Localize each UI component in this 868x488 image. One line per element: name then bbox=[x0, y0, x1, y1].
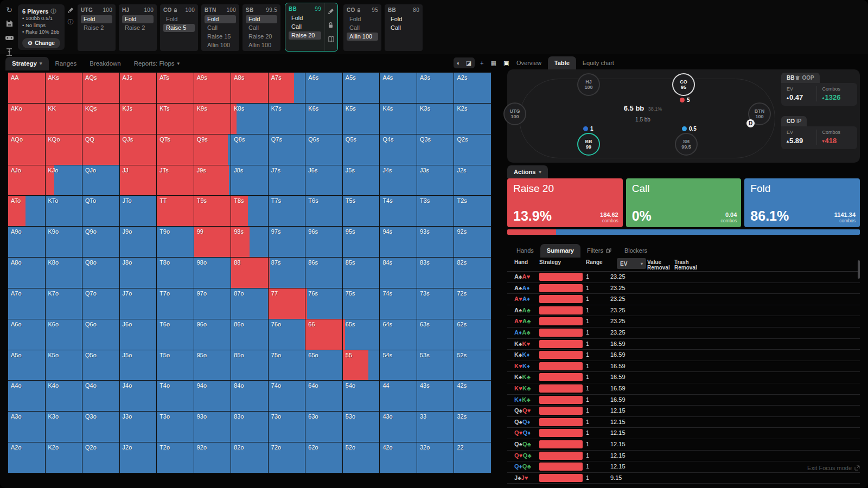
tab-blockers[interactable]: Blockers bbox=[618, 244, 654, 258]
grid-cell-63s[interactable]: 63s bbox=[417, 319, 454, 350]
grid-cell-K5s[interactable]: K5s bbox=[343, 104, 380, 134]
info-icon[interactable]: ⓘ bbox=[50, 8, 56, 15]
grid-cell-AKs[interactable]: AKs bbox=[46, 73, 82, 103]
grid-cell-QJo[interactable]: QJo bbox=[82, 165, 119, 196]
grid-cell-T4s[interactable]: T4s bbox=[380, 196, 417, 226]
grid-cell-73o[interactable]: 73o bbox=[269, 412, 305, 442]
position-column[interactable]: CO95FoldCallAllin 100 bbox=[343, 4, 381, 51]
grid-cell-K3o[interactable]: K3o bbox=[46, 412, 82, 442]
grid-cell-K7s[interactable]: K7s bbox=[269, 104, 305, 134]
exit-focus-mode[interactable]: Exit Focus mode bbox=[499, 465, 860, 471]
grid-cell-J3s[interactable]: J3s bbox=[417, 165, 454, 196]
grid-cell-QJs[interactable]: QJs bbox=[120, 134, 157, 165]
hand-row[interactable]: K♥K♦116.59 bbox=[507, 361, 860, 373]
grid-cell-74s[interactable]: 74s bbox=[380, 288, 417, 319]
action-item[interactable]: Fold bbox=[81, 15, 112, 23]
action-item[interactable]: Fold bbox=[289, 14, 321, 22]
grid-cell-T5o[interactable]: T5o bbox=[157, 350, 194, 381]
grid-cell-A2s[interactable]: A2s bbox=[454, 73, 491, 103]
grid-cell-93o[interactable]: 93o bbox=[194, 412, 231, 442]
alert-info-icon[interactable]: ⓘ bbox=[67, 18, 74, 25]
grid-cell-96s[interactable]: 96s bbox=[305, 227, 342, 257]
action-item[interactable]: Fold bbox=[388, 15, 419, 23]
grid-cell-65o[interactable]: 65o bbox=[305, 350, 342, 381]
controller-icon[interactable] bbox=[5, 34, 14, 42]
grid-cell-KTo[interactable]: KTo bbox=[46, 196, 82, 226]
seat-hj[interactable]: HJ100 bbox=[577, 73, 600, 96]
grid-cell-A6o[interactable]: A6o bbox=[8, 319, 45, 350]
grid-cell-82s[interactable]: 82s bbox=[454, 258, 491, 288]
hand-row[interactable]: K♦K♣116.59 bbox=[507, 395, 860, 406]
action-item[interactable]: Call bbox=[347, 24, 378, 32]
grid-cell-42o[interactable]: 42o bbox=[380, 442, 417, 473]
action-item[interactable]: Call bbox=[388, 24, 419, 32]
grid-cell-JTs[interactable]: JTs bbox=[157, 165, 194, 196]
grid-cell-42s[interactable]: 42s bbox=[454, 381, 491, 411]
seat-utg[interactable]: UTG100 bbox=[503, 102, 526, 125]
position-column[interactable]: SB99.5FoldCallRaise 20Allin 100 bbox=[242, 4, 280, 51]
grid-cell-A7o[interactable]: A7o bbox=[8, 288, 45, 319]
grid-cell-Q3o[interactable]: Q3o bbox=[82, 412, 119, 442]
grid-cell-K9o[interactable]: K9o bbox=[46, 227, 82, 257]
grid-cell-T3o[interactable]: T3o bbox=[157, 412, 194, 442]
grid-cell-97o[interactable]: 97o bbox=[194, 288, 231, 319]
action-item[interactable]: Fold bbox=[205, 15, 236, 23]
edit-pencil-icon[interactable] bbox=[328, 8, 335, 15]
grid-cell-KK[interactable]: KK bbox=[46, 104, 82, 134]
tab-breakdown[interactable]: Breakdown bbox=[83, 57, 127, 70]
grid-cell-Q5o[interactable]: Q5o bbox=[82, 350, 119, 381]
grid-cell-A3s[interactable]: A3s bbox=[417, 73, 454, 103]
tab-reports-flops[interactable]: Reports: Flops▾ bbox=[127, 57, 186, 70]
grid-cell-K4o[interactable]: K4o bbox=[46, 381, 82, 411]
hand-row[interactable]: Q♥Q♣112.15 bbox=[507, 451, 860, 462]
grid-cell-64s[interactable]: 64s bbox=[380, 319, 417, 350]
grid-cell-J2o[interactable]: J2o bbox=[120, 442, 157, 473]
tab-hands[interactable]: Hands bbox=[510, 244, 540, 258]
seat-sb[interactable]: SB99.5 bbox=[675, 133, 698, 156]
position-column[interactable]: UTG100FoldRaise 2 bbox=[78, 4, 116, 51]
hand-row[interactable]: K♠K♦116.59 bbox=[507, 350, 860, 361]
grid-cell-87s[interactable]: 87s bbox=[269, 258, 305, 288]
grid-cell-53s[interactable]: 53s bbox=[417, 350, 454, 381]
hand-row[interactable]: Q♠Q♦112.15 bbox=[507, 417, 860, 428]
grid-cell-AQo[interactable]: AQo bbox=[8, 134, 45, 165]
grid-cell-Q9s[interactable]: Q9s bbox=[194, 134, 231, 165]
grid-cell-K6s[interactable]: K6s bbox=[305, 104, 342, 134]
grid-cell-K2o[interactable]: K2o bbox=[46, 442, 82, 473]
grid-cell-52s[interactable]: 52s bbox=[454, 350, 491, 381]
grid-cell-53o[interactable]: 53o bbox=[343, 412, 380, 442]
position-column[interactable]: BTN100FoldCallRaise 15Allin 100 bbox=[201, 4, 239, 51]
contrast-icon[interactable]: ◪ bbox=[464, 59, 473, 67]
action-item[interactable]: Fold bbox=[246, 15, 277, 23]
grid-cell-T3s[interactable]: T3s bbox=[417, 196, 454, 226]
action-card-fold[interactable]: Fold86.1%1141.34combos bbox=[744, 178, 860, 227]
grid-cell-75o[interactable]: 75o bbox=[269, 350, 305, 381]
reset-icon[interactable]: ↻ bbox=[5, 5, 14, 14]
action-item[interactable]: Fold bbox=[163, 15, 195, 23]
grid-cell-A6s[interactable]: A6s bbox=[305, 73, 342, 103]
hand-row[interactable]: A♠A♣123.25 bbox=[507, 305, 860, 317]
grid-cell-96o[interactable]: 96o bbox=[194, 319, 231, 350]
grid-cell-43o[interactable]: 43o bbox=[380, 412, 417, 442]
grid-cell-J5o[interactable]: J5o bbox=[120, 350, 157, 381]
grid-cell-Q9o[interactable]: Q9o bbox=[82, 227, 119, 257]
grid-cell-J4s[interactable]: J4s bbox=[380, 165, 417, 196]
grid-cell-J6s[interactable]: J6s bbox=[305, 165, 342, 196]
grid-cell-43s[interactable]: 43s bbox=[417, 381, 454, 411]
sort-column-ev[interactable]: EV▾ bbox=[617, 258, 646, 269]
grid-cell-84o[interactable]: 84o bbox=[231, 381, 268, 411]
actions-dropdown[interactable]: Actions ▾ bbox=[507, 165, 548, 178]
grid-cell-J6o[interactable]: J6o bbox=[120, 319, 157, 350]
grid-cell-99[interactable]: 99 bbox=[194, 227, 231, 257]
grid-cell-76o[interactable]: 76o bbox=[269, 319, 305, 350]
grid-cell-J4o[interactable]: J4o bbox=[120, 381, 157, 411]
center-icon[interactable]: + bbox=[478, 59, 485, 67]
action-item[interactable]: Call bbox=[289, 23, 321, 31]
action-item[interactable]: Raise 20 bbox=[246, 33, 277, 41]
grid-cell-87o[interactable]: 87o bbox=[231, 288, 268, 319]
grid-cell-K7o[interactable]: K7o bbox=[46, 288, 82, 319]
grid-cell-J2s[interactable]: J2s bbox=[454, 165, 491, 196]
grid-cell-T8s[interactable]: T8s bbox=[231, 196, 268, 226]
grid-cell-J3o[interactable]: J3o bbox=[120, 412, 157, 442]
grid-cell-T6o[interactable]: T6o bbox=[157, 319, 194, 350]
